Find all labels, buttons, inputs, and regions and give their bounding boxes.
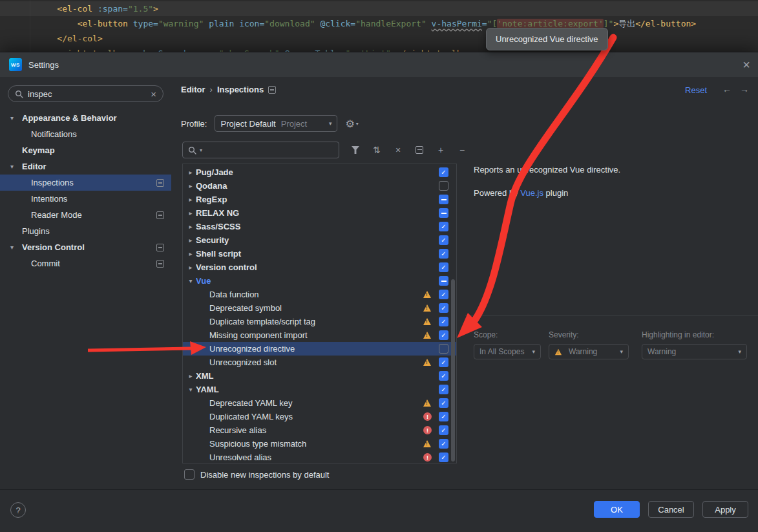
inspection-row-missing-component-import[interactable]: Missing component import — [183, 328, 456, 342]
vuejs-plugin-link[interactable]: Vue.js — [520, 188, 543, 198]
inspection-checkbox[interactable] — [439, 181, 448, 191]
inspection-row-duplicated-yaml-keys[interactable]: Duplicated YAML keys — [183, 410, 456, 423]
inspection-row-duplicate-template-script-tag[interactable]: Duplicate template/script tag — [183, 315, 456, 328]
inspection-row-yaml[interactable]: ▾YAML — [183, 383, 456, 396]
inspection-checkbox[interactable] — [439, 317, 448, 326]
sidebar-item-commit[interactable]: Commit — [0, 255, 171, 271]
inspections-search-input[interactable]: ▾ — [182, 142, 339, 158]
chevron-down-icon[interactable]: ▾ — [10, 114, 22, 122]
inspection-label: Duplicate template/script tag — [209, 317, 423, 326]
sidebar-item-notifications[interactable]: Notifications — [0, 126, 171, 142]
breadcrumb-editor[interactable]: Editor — [181, 85, 205, 94]
inspection-checkbox[interactable] — [439, 290, 448, 299]
chevron-right-icon[interactable]: ▸ — [185, 237, 196, 244]
modified-indicator-icon — [156, 244, 164, 251]
inspection-row-pug-jade[interactable]: ▸Pug/Jade — [183, 165, 456, 179]
inspection-checkbox[interactable] — [439, 439, 448, 449]
sidebar-item-inspections[interactable]: Inspections — [0, 175, 171, 191]
inspection-checkbox[interactable] — [439, 412, 448, 421]
inspection-row-shell-script[interactable]: ▸Shell script — [183, 247, 456, 261]
inspection-row-security[interactable]: ▸Security — [183, 233, 456, 247]
inspection-checkbox[interactable] — [439, 330, 448, 340]
chevron-down-icon[interactable]: ▾ — [185, 277, 196, 284]
disable-new-inspections-row[interactable]: Disable new inspections by default — [184, 469, 329, 480]
inspection-row-recursive-alias[interactable]: Recursive alias — [183, 423, 456, 437]
apply-button[interactable]: Apply — [702, 501, 748, 518]
inspection-checkbox[interactable] — [439, 222, 448, 231]
inspection-row-unresolved-alias[interactable]: Unresolved alias — [183, 451, 456, 463]
profile-select[interactable]: Project Default Project ▾ — [215, 115, 337, 132]
close-icon[interactable]: × — [742, 56, 750, 74]
chevron-right-icon[interactable]: ▸ — [185, 223, 196, 230]
chevron-down-icon[interactable]: ▾ — [10, 244, 22, 251]
inspection-checkbox[interactable] — [439, 344, 448, 354]
inspection-checkbox[interactable] — [439, 452, 448, 462]
highlighting-select[interactable]: Warning ▾ — [642, 344, 747, 359]
gear-icon[interactable]: ⚙▾ — [345, 118, 358, 130]
inspection-checkbox[interactable] — [439, 262, 448, 272]
sidebar-item-version-control[interactable]: ▾Version Control — [0, 239, 171, 255]
inspection-row-data-function[interactable]: Data function — [183, 288, 456, 301]
sidebar-item-editor[interactable]: ▾Editor — [0, 158, 171, 175]
inspection-row-suspicious-type-mismatch[interactable]: Suspicious type mismatch — [183, 437, 456, 451]
chevron-down-icon[interactable]: ▾ — [185, 386, 196, 393]
inspection-row-deprecated-yaml-key[interactable]: Deprecated YAML key — [183, 396, 456, 410]
sidebar-item-plugins[interactable]: Plugins — [0, 223, 171, 239]
forward-arrow-icon[interactable]: → — [740, 84, 749, 94]
back-arrow-icon[interactable]: ← — [722, 84, 732, 94]
collapse-nodes-icon[interactable] — [414, 146, 425, 154]
inspection-row-qodana[interactable]: ▸Qodana — [183, 179, 456, 193]
sidebar-item-reader-mode[interactable]: Reader Mode — [0, 207, 171, 223]
dialog-footer: ? OK Cancel Apply — [0, 489, 758, 532]
inspection-checkbox[interactable] — [439, 235, 448, 245]
reset-link[interactable]: Reset — [685, 85, 707, 95]
expand-all-icon[interactable]: ⇅ — [372, 145, 382, 155]
sidebar-item-appearance-behavior[interactable]: ▾Appearance & Behavior — [0, 110, 171, 126]
inspection-checkbox[interactable] — [439, 385, 448, 394]
inspection-row-unrecognized-directive[interactable]: Unrecognized directive — [183, 342, 456, 356]
inspection-row-deprecated-symbol[interactable]: Deprecated symbol — [183, 301, 456, 315]
chevron-right-icon[interactable]: ▸ — [185, 264, 196, 271]
inspection-checkbox[interactable] — [439, 371, 448, 381]
help-button[interactable]: ? — [10, 502, 26, 518]
inspection-checkbox[interactable] — [439, 167, 448, 177]
inspection-row-version-control[interactable]: ▸Version control — [183, 261, 456, 274]
ok-button[interactable]: OK — [594, 501, 640, 518]
chevron-right-icon[interactable]: ▸ — [185, 250, 196, 257]
code-line: <el-button type="warning" plain icon="do… — [0, 16, 758, 31]
filter-icon[interactable] — [350, 146, 361, 154]
code-token: type — [133, 19, 153, 28]
inspection-row-vue[interactable]: ▾Vue — [183, 274, 456, 288]
chevron-right-icon[interactable]: ▸ — [185, 209, 196, 217]
inspection-row-relax-ng[interactable]: ▸RELAX NG — [183, 206, 456, 220]
inspection-row-regexp[interactable]: ▸RegExp — [183, 193, 456, 206]
sidebar-item-keymap[interactable]: Keymap — [0, 142, 171, 158]
inspection-checkbox[interactable] — [439, 303, 448, 313]
scope-select[interactable]: In All Scopes ▾ — [474, 344, 541, 359]
inspection-checkbox[interactable] — [439, 208, 448, 218]
disable-new-inspections-checkbox[interactable] — [184, 469, 195, 480]
chevron-right-icon[interactable]: ▸ — [185, 182, 196, 189]
inspection-checkbox[interactable] — [439, 425, 448, 435]
sidebar-item-intentions[interactable]: Intentions — [0, 191, 171, 207]
inspection-checkbox[interactable] — [439, 276, 448, 286]
chevron-right-icon[interactable]: ▸ — [185, 372, 196, 379]
cancel-button[interactable]: Cancel — [648, 501, 694, 518]
chevron-down-icon[interactable]: ▾ — [10, 163, 22, 170]
inspection-checkbox[interactable] — [439, 195, 448, 204]
chevron-right-icon[interactable]: ▸ — [185, 196, 196, 203]
remove-inspection-icon[interactable]: − — [457, 145, 467, 155]
severity-select[interactable]: Warning ▾ — [549, 344, 629, 359]
inspection-checkbox[interactable] — [439, 357, 448, 367]
inspection-checkbox[interactable] — [439, 249, 448, 259]
settings-search-input[interactable]: inspec × — [8, 85, 163, 102]
inspection-row-unrecognized-slot[interactable]: Unrecognized slot — [183, 356, 456, 369]
collapse-all-icon[interactable]: × — [393, 145, 403, 155]
clear-search-icon[interactable]: × — [151, 89, 156, 100]
inspection-checkbox[interactable] — [439, 398, 448, 408]
add-inspection-icon[interactable]: + — [436, 145, 446, 155]
chevron-right-icon[interactable]: ▸ — [185, 169, 196, 176]
inspection-row-xml[interactable]: ▸XML — [183, 369, 456, 383]
inspection-row-sass-scss[interactable]: ▸Sass/SCSS — [183, 220, 456, 233]
tree-scrollbar[interactable] — [451, 279, 455, 462]
